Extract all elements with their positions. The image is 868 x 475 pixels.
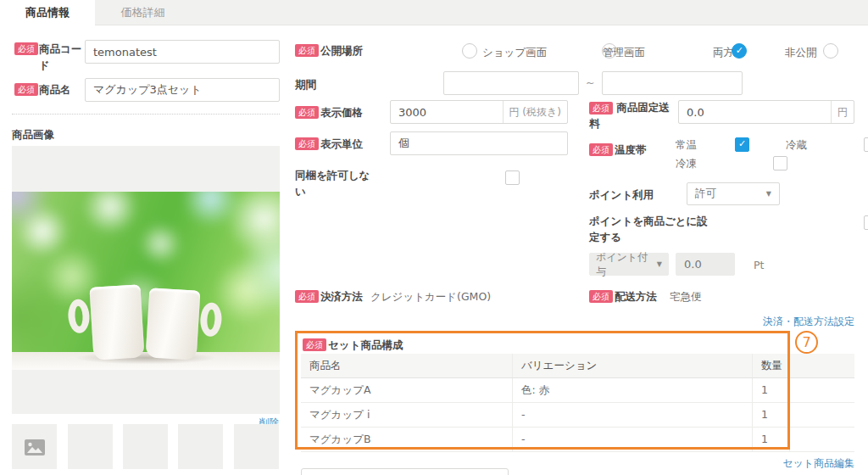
product-name-input[interactable] — [85, 78, 280, 102]
shipping-method-label: 配送方法 — [615, 289, 657, 305]
point-grant-unit: Pt — [754, 258, 764, 273]
display-unit-label: 表示単位 — [320, 137, 363, 153]
payment-method-label: 決済方法 — [320, 289, 363, 305]
period-end-input[interactable] — [602, 71, 743, 95]
mug-right — [146, 288, 201, 360]
tab-price-detail[interactable]: 価格詳細 — [95, 0, 191, 25]
chevron-down-icon: ▼ — [657, 260, 662, 268]
required-badge: 必須 — [589, 290, 613, 303]
period-start-input[interactable] — [443, 71, 579, 95]
payment-shipping-settings-link[interactable]: 決済・配送方法設定 — [763, 315, 854, 329]
display-price-suffix: 円 (税抜き) — [503, 101, 567, 123]
radio-both-label: 両方 — [713, 45, 734, 60]
display-price-label: 表示価格 — [320, 105, 363, 121]
display-unit-input[interactable] — [390, 131, 568, 155]
image-thumbnail-slot[interactable] — [123, 424, 168, 469]
mug-photo — [12, 192, 280, 370]
fixed-shipping-input[interactable] — [679, 101, 831, 123]
cell-variation: - — [513, 428, 753, 451]
period-separator: ~ — [586, 75, 594, 91]
table-row: マグカップA 色: 赤 1 — [301, 378, 854, 403]
required-badge: 必須 — [14, 83, 38, 96]
table-row: マグカップB - 1 — [301, 428, 854, 452]
publish-place-label: 公開場所 — [320, 43, 363, 59]
cell-name: マグカップB — [301, 428, 513, 451]
cell-qty: 1 — [753, 403, 790, 427]
fixed-shipping-label: 必須 商品固定送料 — [589, 100, 672, 132]
product-code-input[interactable] — [85, 40, 280, 64]
product-image-preview[interactable] — [12, 146, 280, 414]
no-bundle-label: 同梱を許可しない — [295, 168, 371, 200]
set-product-label: セット商品構成 — [328, 338, 403, 354]
cell-name: マグカップA — [301, 378, 513, 402]
table-header-row: 商品名 バリエーション 数量 — [301, 354, 854, 378]
checkbox-room-temp-label: 常温 — [676, 137, 697, 153]
product-code-label: 商品コード — [39, 42, 88, 74]
required-badge: 必須 — [295, 44, 319, 57]
checkbox-point-per-product[interactable] — [864, 215, 868, 230]
mug-shadow — [70, 351, 222, 365]
fixed-shipping-suffix: 円 — [831, 101, 854, 123]
required-badge: 必須 — [295, 290, 319, 303]
table-row: マグカップ i - 1 — [301, 403, 854, 428]
cell-empty — [790, 378, 854, 402]
set-product-edit-link[interactable]: セット商品編集 — [782, 456, 854, 471]
temperature-zone-label: 温度帯 — [615, 142, 647, 159]
product-image-label: 商品画像 — [12, 127, 54, 143]
annotation-number-7: 7 — [795, 331, 818, 354]
required-badge: 必須 — [295, 106, 319, 119]
checkbox-refrigerated-label: 冷蔵 — [786, 137, 807, 153]
col-header-empty — [790, 354, 854, 377]
checkbox-no-bundle[interactable] — [505, 170, 520, 185]
cell-empty — [790, 403, 854, 427]
image-thumbnail-slot[interactable] — [68, 424, 113, 469]
checkbox-frozen-label: 冷凍 — [676, 156, 697, 171]
payment-method-value: クレジットカード(GMO) — [370, 289, 491, 305]
radio-private-label: 非公開 — [785, 45, 817, 60]
shipping-method-value: 宅急便 — [670, 289, 702, 305]
divider — [12, 114, 280, 115]
cell-variation: - — [513, 403, 753, 427]
point-use-label: ポイント利用 — [589, 187, 654, 204]
required-badge: 必須 — [589, 102, 613, 115]
tab-product-info[interactable]: 商品情報 — [0, 0, 95, 32]
period-label: 期間 — [295, 77, 316, 93]
col-header-qty: 数量 — [753, 354, 790, 377]
bottom-partial-input[interactable] — [301, 468, 509, 475]
radio-private[interactable] — [823, 43, 838, 59]
radio-shop-screen-label: ショップ画面 — [482, 45, 547, 60]
product-edit-page: 商品情報 価格詳細 必須 商品コード 必須 商品名 商品画像 削除 — [0, 0, 868, 475]
cell-qty: 1 — [753, 428, 790, 451]
required-badge: 必須 — [14, 42, 38, 55]
chevron-down-icon: ▼ — [766, 190, 771, 198]
cell-variation: 色: 赤 — [513, 378, 753, 402]
fixed-shipping-group: 円 — [678, 100, 854, 124]
display-price-input[interactable] — [391, 101, 503, 123]
cell-empty — [790, 428, 854, 451]
cell-qty: 1 — [753, 378, 790, 402]
checkbox-refrigerated[interactable] — [864, 137, 868, 152]
image-icon — [25, 439, 45, 455]
display-price-group: 円 (税抜き) — [390, 100, 568, 124]
required-badge: 必須 — [303, 338, 326, 351]
col-header-variation: バリエーション — [513, 354, 753, 377]
cell-name: マグカップ i — [301, 403, 513, 427]
set-product-table: 商品名 バリエーション 数量 マグカップA 色: 赤 1 マグカップ i - 1… — [301, 354, 854, 452]
required-badge: 必須 — [295, 137, 319, 150]
checkbox-room-temp[interactable] — [735, 137, 749, 152]
point-grant-select[interactable]: ポイント付与▼ — [589, 253, 669, 276]
mug-left — [89, 284, 144, 360]
point-use-select[interactable]: 許可▼ — [687, 182, 780, 205]
required-badge: 必須 — [589, 143, 613, 156]
checkbox-frozen[interactable] — [773, 156, 787, 170]
col-header-name: 商品名 — [301, 354, 513, 377]
radio-admin-screen-label: 管理画面 — [603, 45, 645, 60]
image-thumbnail-slot[interactable] — [12, 424, 57, 469]
image-thumbnail-slot[interactable] — [234, 424, 279, 469]
point-grant-input[interactable] — [676, 253, 735, 276]
product-name-label: 商品名 — [39, 82, 88, 98]
radio-shop-screen[interactable] — [462, 43, 477, 59]
point-per-product-label: ポイントを商品ごとに設定する — [589, 214, 718, 246]
image-thumbnail-slot[interactable] — [178, 424, 223, 469]
